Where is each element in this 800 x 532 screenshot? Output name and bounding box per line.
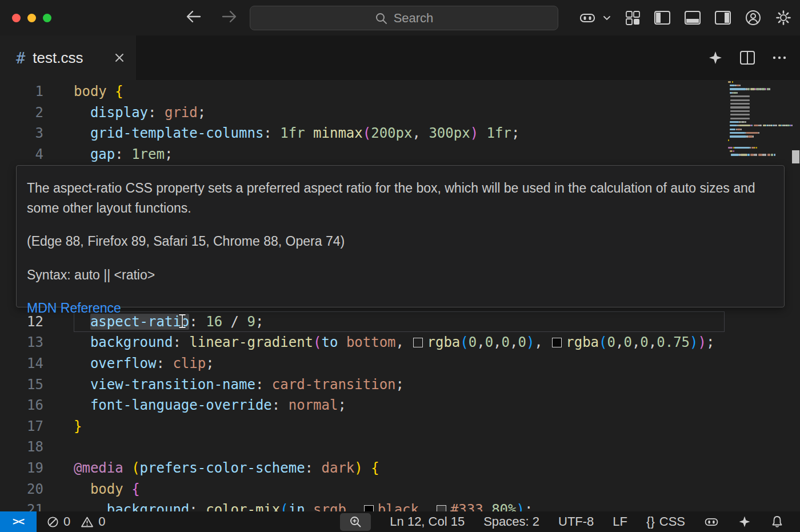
code-line-content[interactable]: grid-template-columns: 1fr minmax(200px,… [74,123,800,144]
language-label: CSS [659,514,685,529]
color-swatch[interactable] [364,505,374,511]
code-line-content[interactable]: font-language-override: normal; [74,395,800,416]
code-line[interactable]: 13 background: linear-gradient(to bottom… [0,332,800,353]
sparkle-icon[interactable] [707,50,723,66]
color-swatch[interactable] [413,338,423,347]
code-token: #333 [450,502,483,511]
code-line[interactable]: 1body { [0,81,800,102]
code-token: { [115,83,123,99]
code-line-content[interactable] [74,437,800,458]
problems-indicator[interactable]: 0 0 [47,514,111,529]
code-line[interactable]: 21 background: color-mix(in srgb, black,… [0,499,800,511]
tab-test-css[interactable]: # test.css [0,35,136,80]
code-token: ) [690,334,698,350]
code-line[interactable]: 3 grid-template-columns: 1fr minmax(200p… [0,123,800,144]
tab-title: test.css [33,49,83,67]
code-token: } [74,418,82,434]
toggle-panel-icon[interactable] [684,10,701,25]
back-button[interactable] [184,7,203,26]
more-actions-icon[interactable] [771,55,787,61]
code-line[interactable]: 4 gap: 1rem; [0,144,800,165]
code-line[interactable]: 16 font-language-override: normal; [0,395,800,416]
eol-setting[interactable]: LF [613,514,627,529]
code-token: 1fr [487,125,511,141]
code-line-content[interactable]: gap: 1rem; [74,144,800,165]
line-number: 21 [0,502,43,511]
code-line[interactable]: 19@media (prefers-color-scheme: dark) { [0,458,800,479]
code-token [305,502,313,511]
search-input[interactable]: Search [250,6,558,30]
warning-icon [81,516,94,528]
code-token: ) [517,502,525,511]
code-token: to [322,334,338,350]
maximize-window-button[interactable] [43,14,51,22]
line-number: 3 [0,125,43,141]
code-line-content[interactable]: body { [74,81,800,102]
code-line-content[interactable]: view-transition-name: card-transition; [74,374,800,395]
split-editor-icon[interactable] [739,50,755,65]
code-line-content[interactable]: display: grid; [74,102,800,123]
code-token: ( [280,502,288,511]
code-line[interactable]: 14 overflow: clip; [0,353,800,374]
language-mode[interactable]: {} CSS [646,514,685,529]
customize-layout-icon[interactable] [625,10,641,26]
notifications-bell-icon[interactable] [770,515,784,529]
toggle-secondary-sidebar-icon[interactable] [714,10,731,25]
code-token: , [534,334,551,350]
code-editor[interactable]: 1body {2 display: grid;3 grid-template-c… [0,80,800,511]
code-line-content[interactable]: overflow: clip; [74,353,800,374]
code-token: 0.75 [657,334,690,350]
code-token [123,481,131,497]
code-token [363,460,371,476]
account-icon[interactable] [745,9,762,26]
code-token: 0 [518,334,526,350]
remote-indicator[interactable]: >< [0,511,37,532]
code-line[interactable]: 20 body { [0,478,800,499]
forward-button[interactable] [219,7,239,26]
window-controls [12,14,51,22]
copilot-chevron-down-icon[interactable] [602,13,611,22]
close-window-button[interactable] [12,14,21,22]
code-token [74,397,90,413]
copilot-status-icon[interactable] [704,514,719,529]
code-token: ( [599,334,607,350]
copilot-icon[interactable] [579,9,596,26]
close-tab-icon[interactable] [112,50,127,65]
encoding-setting[interactable]: UTF-8 [558,514,594,529]
code-line[interactable]: 17} [0,416,800,437]
code-token: background [90,334,173,350]
code-line[interactable]: 15 view-transition-name: card-transition… [0,374,800,395]
minimap[interactable] [726,80,800,170]
zoom-indicator[interactable] [340,513,371,531]
code-line[interactable]: 2 display: grid; [0,102,800,123]
toggle-primary-sidebar-icon[interactable] [654,10,671,25]
code-token: ; [338,397,346,413]
indentation-setting[interactable]: Spaces: 2 [483,514,539,529]
color-swatch[interactable] [552,338,562,347]
code-token: card-transition [272,377,396,393]
code-token: clip [173,355,206,371]
code-token: : [189,502,206,511]
code-token: gap [90,146,115,162]
code-token [74,146,90,162]
mdn-reference-link[interactable]: MDN Reference [27,301,121,315]
code-token: ) [470,125,478,141]
search-placeholder: Search [394,11,434,26]
code-line-content[interactable]: background: color-mix(in srgb, black, #3… [74,499,800,511]
code-token: 0 [640,334,648,350]
settings-gear-icon[interactable] [775,9,792,26]
cursor-position[interactable]: Ln 12, Col 15 [390,514,465,529]
sparkle-status-icon[interactable] [738,515,751,529]
line-number: 19 [0,460,43,476]
scrollbar-thumb[interactable] [792,150,799,163]
code-line-content[interactable]: body { [74,478,800,499]
code-token: 200px [371,125,412,141]
color-swatch[interactable] [437,505,446,511]
tab-bar: # test.css [0,35,800,80]
code-line-content[interactable]: @media (prefers-color-scheme: dark) { [74,458,800,479]
minimize-window-button[interactable] [27,14,36,22]
code-line-content[interactable]: background: linear-gradient(to bottom, r… [74,332,800,353]
code-line-content[interactable]: } [74,416,800,437]
code-line[interactable]: 18 [0,437,800,458]
code-token: : [173,334,189,350]
